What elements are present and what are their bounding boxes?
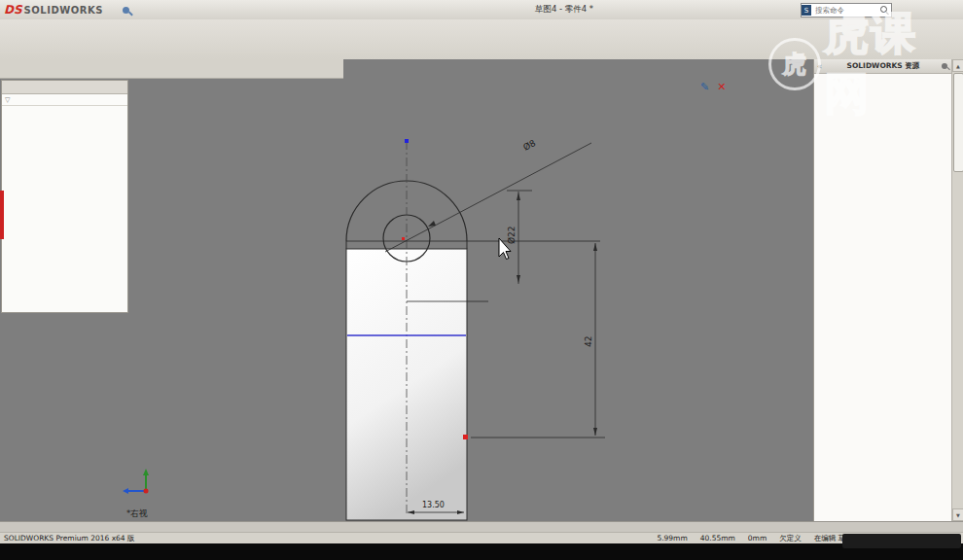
- command-tabs: [0, 59, 343, 79]
- task-pane-body: [814, 74, 952, 521]
- dim-arrow: [593, 428, 597, 436]
- dim-leader-text[interactable]: Ø8: [521, 138, 537, 153]
- dim-width-text[interactable]: 13.50: [422, 501, 445, 509]
- dim-height-text[interactable]: 42: [584, 336, 593, 347]
- search-input[interactable]: [813, 5, 880, 16]
- filter-icon: ▽: [5, 96, 10, 104]
- solidworks-window: DS SOLIDWORKS 草图4 - 零件4 * S: [0, 0, 963, 560]
- pin-icon[interactable]: [123, 7, 129, 14]
- scroll-up-icon[interactable]: ▲: [952, 59, 963, 72]
- view-orientation-label: *右视: [126, 508, 148, 518]
- collapse-icon[interactable]: «: [817, 62, 822, 71]
- solidworks-logo: DS SOLIDWORKS: [4, 3, 103, 17]
- ime-overlay-toolbar: [842, 534, 961, 548]
- tree-filter[interactable]: ▽: [2, 94, 127, 106]
- vertical-scrollbar[interactable]: ▲ ▼: [951, 59, 963, 521]
- red-point: [402, 237, 405, 240]
- graphics-area[interactable]: Ø8 Ø22 42 13.50: [0, 59, 815, 521]
- dangling-marker: [463, 435, 468, 439]
- coord-x: 5.99mm: [657, 534, 687, 542]
- scroll-down-icon[interactable]: ▼: [952, 508, 963, 521]
- leader-arrowhead: [428, 221, 436, 227]
- ds-logo-icon: DS: [4, 3, 22, 17]
- heads-up-view-toolbar: [348, 61, 360, 78]
- red-marker-bar: [0, 191, 4, 239]
- feature-manager-tree: ▽: [1, 80, 128, 313]
- app-version-text: SOLIDWORKS Premium 2016 x64 版: [4, 534, 135, 543]
- scrollbar-thumb[interactable]: [953, 73, 963, 172]
- dim-arrow: [517, 275, 520, 283]
- task-pane-header: « SOLIDWORKS 资源: [814, 59, 952, 74]
- diameter-leader-line[interactable]: [385, 143, 591, 252]
- title-bar: DS SOLIDWORKS 草图4 - 零件4 * S: [0, 0, 963, 20]
- dim-arrow: [517, 192, 520, 200]
- sketch-point[interactable]: [405, 139, 409, 143]
- task-pane-title: SOLIDWORKS 资源: [825, 61, 942, 71]
- dim-arrow: [593, 243, 597, 251]
- tree-panel-tabs: [2, 81, 127, 94]
- coord-y: 40.55mm: [700, 534, 735, 542]
- cancel-sketch-icon[interactable]: ✕: [717, 81, 726, 93]
- orientation-triad: [123, 469, 149, 494]
- search-scope-icon: S: [802, 5, 811, 16]
- search-icon[interactable]: [880, 6, 887, 13]
- task-pane: « SOLIDWORKS 资源: [813, 59, 952, 521]
- exit-sketch-confirm-icon[interactable]: ✎: [700, 81, 709, 93]
- dim-diameter-text[interactable]: Ø22: [507, 226, 517, 244]
- command-manager-ribbon: [0, 19, 963, 59]
- document-title: 草图4 - 零件4 *: [477, 4, 652, 16]
- status-bar: SOLIDWORKS Premium 2016 x64 版 5.99mm 40.…: [0, 532, 963, 543]
- letterbox: [0, 542, 963, 560]
- command-search[interactable]: S: [801, 3, 892, 18]
- sketch-confirmation-corner: ✎ ✕: [700, 81, 726, 93]
- coord-z: 0mm: [748, 534, 767, 542]
- pin-icon[interactable]: [942, 63, 947, 69]
- sketch-state: 欠定义: [779, 534, 802, 543]
